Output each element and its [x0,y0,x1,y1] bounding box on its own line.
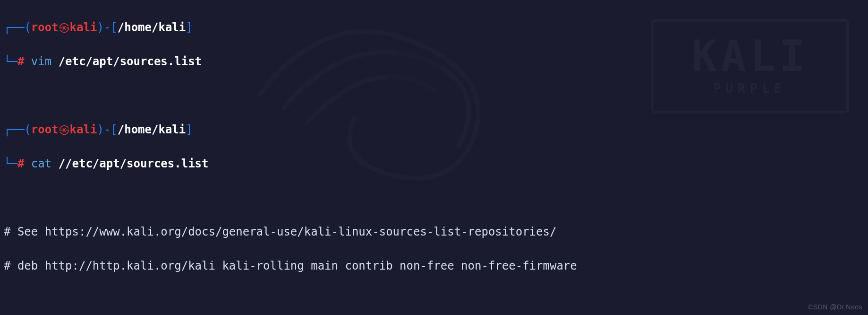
prompt-dash: - [104,123,111,136]
box-corner-tl-icon: ┌── [4,21,24,34]
command-name: cat [31,157,51,170]
prompt-1-line-1: ┌──(root㉿kali)-[/home/kali] [4,19,864,36]
bracket-close: ] [186,21,192,34]
paren-open: ( [24,123,31,136]
blank-line [4,87,864,104]
prompt-2-line-2: └─# cat //etc/apt/sources.list [4,155,864,172]
prompt-cwd: /home/kali [118,21,186,34]
prompt-hash: # [17,55,24,68]
prompt-dash: - [104,21,111,34]
box-corner-bl-icon: └─ [4,157,17,170]
paren-close: ) [97,21,103,34]
terminal-output[interactable]: ┌──(root㉿kali)-[/home/kali] └─# vim /etc… [0,0,868,315]
prompt-user: root [31,21,59,34]
skull-icon: ㉿ [59,21,70,34]
file-output-line: # deb http://http.kali.org/kali kali-rol… [4,257,864,274]
bracket-open: [ [111,21,117,34]
prompt-user: root [31,123,59,136]
blank-line [4,189,864,206]
bracket-close: ] [186,123,192,136]
box-corner-tl-icon: ┌── [4,123,24,136]
bracket-open: [ [111,123,117,136]
prompt-2-line-1: ┌──(root㉿kali)-[/home/kali] [4,121,864,138]
file-output-line: # See https://www.kali.org/docs/general-… [4,223,864,240]
prompt-1-line-2: └─# vim /etc/apt/sources.list [4,53,864,70]
command-arg: //etc/apt/sources.list [59,157,209,170]
command-name: vim [31,55,51,68]
prompt-host: kali [70,123,97,136]
file-output-line [4,291,864,308]
watermark-text: CSDN @Dr.Neos [808,302,862,312]
box-corner-bl-icon: └─ [4,55,17,68]
command-arg: /etc/apt/sources.list [59,55,202,68]
prompt-cwd: /home/kali [118,123,186,136]
paren-open: ( [24,21,31,34]
prompt-hash: # [17,157,24,170]
skull-icon: ㉿ [59,123,70,136]
paren-close: ) [97,123,103,136]
prompt-host: kali [70,21,97,34]
